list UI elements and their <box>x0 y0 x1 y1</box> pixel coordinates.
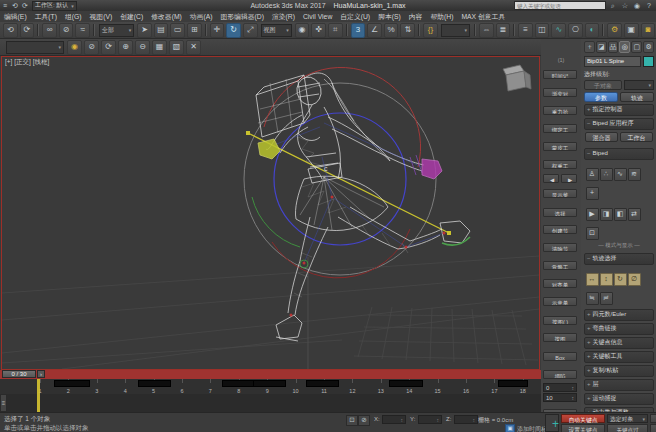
side-button-6[interactable]: 权重工具 <box>543 160 577 169</box>
rollout-header-5[interactable]: +弯曲链接 <box>584 323 654 335</box>
animation-key-range[interactable] <box>138 380 171 387</box>
biped-playback-icon[interactable]: ▶ <box>586 208 599 221</box>
side-button-1[interactable]: 时间记录 <box>543 70 577 79</box>
keyboard-shortcut-override-icon[interactable]: ⌗ <box>328 23 343 38</box>
workspace-dropdown[interactable]: 工作区: 默认 ▾ <box>32 1 77 11</box>
viewport[interactable]: [+] [正交] [线框] <box>1 56 540 370</box>
time-slider-handle[interactable]: 0 / 30 <box>2 370 36 378</box>
rollout-header-7[interactable]: +关键帧工具 <box>584 351 654 363</box>
animation-key-range[interactable] <box>498 380 528 387</box>
motion-flow-mode-icon[interactable]: ∿ <box>614 168 627 181</box>
add-anim-layer-icon[interactable]: ⊕ <box>118 40 133 55</box>
previous-frame-button[interactable]: ◀ <box>650 424 656 432</box>
side-button-2[interactable]: 渐变对象 <box>543 88 577 97</box>
rollout-header-1[interactable]: −Biped 应用程序 <box>584 118 654 130</box>
layer-manager-icon[interactable]: ≡ <box>518 23 533 38</box>
body-rotation-icon[interactable]: ↻ <box>614 273 627 286</box>
copy-anim-layer-icon[interactable]: ▦ <box>152 40 167 55</box>
biped-app-button-1[interactable]: 工作台 <box>620 132 653 142</box>
current-frame-marker[interactable] <box>37 379 40 412</box>
body-vertical-icon[interactable]: ↕ <box>600 273 613 286</box>
selection-filter-dropdown[interactable]: 全部▾ <box>99 24 134 37</box>
tab-hierarchy[interactable]: 品 <box>608 41 619 53</box>
rollout-header-0[interactable]: +指定控制器 <box>584 104 654 116</box>
x-coordinate-field[interactable]: ↕ <box>382 415 406 424</box>
rollout-header-8[interactable]: +复制/粘贴 <box>584 365 654 377</box>
footstep-mode-icon[interactable]: ∴ <box>600 168 613 181</box>
load-file-icon[interactable]: ◨ <box>600 208 613 221</box>
object-color-swatch[interactable] <box>643 56 654 67</box>
rollout-header-4[interactable]: +四元数/Euler <box>584 309 654 321</box>
menu-item-5[interactable]: 修改器(M) <box>147 12 186 22</box>
mini-curve-editor-button[interactable]: ≡ <box>0 394 7 412</box>
side-button-10[interactable]: 创建节点 <box>543 225 577 234</box>
rendered-frame-window-icon[interactable]: ▣ <box>624 23 639 38</box>
side-button-3[interactable]: 重力拾取 <box>543 106 577 115</box>
unlink-selection-icon[interactable]: ⊘ <box>59 23 74 38</box>
side-button-14[interactable]: 示意单位 <box>543 297 577 306</box>
bind-to-space-warp-icon[interactable]: ≈ <box>75 23 90 38</box>
set-key-button[interactable]: 设置关键点 <box>561 424 605 432</box>
side-button-12[interactable]: 骨骼工具 <box>543 261 577 270</box>
menu-item-7[interactable]: 图形编辑器(D) <box>217 12 268 22</box>
side-button-9[interactable]: 选择 <box>543 208 577 217</box>
rectangular-selection-region-icon[interactable]: ▭ <box>170 23 185 38</box>
rollout-header-3[interactable]: −轨迹选择 <box>584 253 654 265</box>
select-and-rotate-icon[interactable]: ↻ <box>226 23 241 38</box>
named-selection-dropdown[interactable]: ▾ <box>441 24 470 37</box>
window-crossing-icon[interactable]: ⊞ <box>187 23 202 38</box>
convert-icon[interactable]: ⇄ <box>628 208 641 221</box>
graphite-ribbon-icon[interactable]: ◫ <box>535 23 550 38</box>
use-pivot-center-icon[interactable]: ◉ <box>295 23 310 38</box>
star-icon[interactable]: ☆ <box>620 1 630 10</box>
select-and-manipulate-icon[interactable]: ✜ <box>311 23 326 38</box>
tab-motion[interactable]: ◎ <box>619 41 630 53</box>
undo-icon[interactable]: ⟲ <box>3 23 18 38</box>
save-file-icon[interactable]: ◧ <box>614 208 627 221</box>
animation-key-range[interactable] <box>253 380 286 387</box>
side-button-8[interactable]: 显示菜单 <box>543 189 577 198</box>
side-button-15[interactable]: 按图( ) <box>543 316 577 325</box>
reference-coordinate-dropdown[interactable]: 视图▾ <box>261 24 292 37</box>
delete-anim-layer-icon[interactable]: ⊖ <box>135 40 150 55</box>
lock-com-keying-icon[interactable]: ∅ <box>628 273 641 286</box>
trajectories-button[interactable]: 轨迹 <box>620 92 654 102</box>
modes-display-divider[interactable]: — 模式与显示 — <box>585 242 653 249</box>
snaps-toggle-icon[interactable]: 3 <box>351 23 366 38</box>
animation-key-range[interactable] <box>389 380 423 387</box>
side-arrow-right-button[interactable]: ▶ <box>561 174 577 183</box>
object-name-field[interactable]: Bip01 L Spine <box>584 56 641 67</box>
track-bar-lane[interactable]: ≡ <box>0 394 541 413</box>
selection-level-dropdown[interactable]: ▾ <box>624 80 654 90</box>
select-active-layer-objects-icon[interactable]: ⊘ <box>84 40 99 55</box>
menu-item-10[interactable]: 自定义(U) <box>336 12 374 22</box>
menu-item-1[interactable]: 工具(T) <box>31 12 61 22</box>
selection-lock-icon[interactable]: ⊘ <box>358 415 370 426</box>
menu-item-4[interactable]: 创建(C) <box>116 12 147 22</box>
render-setup-icon[interactable]: ⚙ <box>607 23 622 38</box>
material-editor-icon[interactable]: ◐ <box>585 23 600 38</box>
redo-icon[interactable]: ⟳ <box>20 23 35 38</box>
side-button-18[interactable]: 塌陷 <box>543 370 577 379</box>
body-horizontal-icon[interactable]: ↔ <box>586 273 599 286</box>
go-to-start-button[interactable]: |◀ <box>650 414 656 423</box>
side-arrow-left-button[interactable]: ◀ <box>543 174 559 183</box>
animation-key-range[interactable] <box>306 380 339 387</box>
redo-quick-icon[interactable]: ⟳ <box>20 1 30 10</box>
animation-key-range[interactable] <box>222 380 255 387</box>
side-spinner-field[interactable]: 10↕ <box>543 393 577 402</box>
rollout-header-6[interactable]: +关键点信息 <box>584 337 654 349</box>
menu-item-8[interactable]: 渲染(R) <box>268 12 299 22</box>
menu-item-9[interactable]: Civil View <box>299 13 336 20</box>
tab-utilities[interactable]: ⚙ <box>643 41 654 53</box>
tab-create[interactable]: ＋ <box>584 41 595 53</box>
side-button-4[interactable]: 绑定工具 <box>543 124 577 133</box>
animation-key-range[interactable] <box>54 380 90 387</box>
move-all-dialog-icon[interactable]: ⊡ <box>586 227 599 240</box>
rollout-header-9[interactable]: +层 <box>584 379 654 391</box>
figure-mode-icon[interactable]: ♙ <box>586 168 599 181</box>
menu-item-11[interactable]: 脚本(S) <box>374 12 405 22</box>
side-button-5[interactable]: 蒙皮工具 <box>543 142 577 151</box>
schematic-view-icon[interactable]: ⎔ <box>568 23 583 38</box>
curve-editor-icon[interactable]: ∿ <box>551 23 566 38</box>
